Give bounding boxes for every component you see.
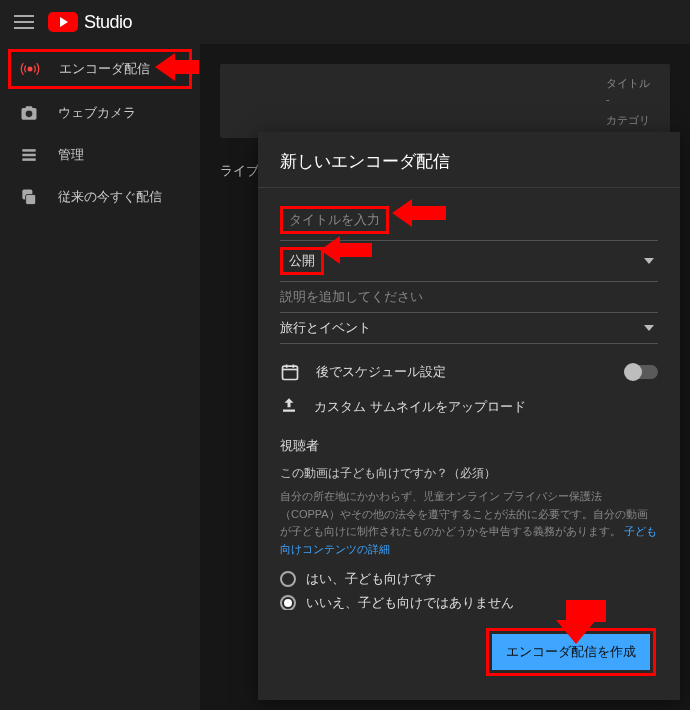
visibility-select[interactable]: 公開 (280, 241, 658, 282)
category-select[interactable]: 旅行とイベント (280, 313, 658, 344)
dialog-title: 新しいエンコーダ配信 (258, 132, 680, 188)
svg-rect-9 (283, 366, 298, 379)
sidebar-item-webcam[interactable]: ウェブカメラ (0, 92, 200, 134)
sidebar-item-label: 従来の今すぐ配信 (58, 188, 162, 206)
tab-live[interactable]: ライブ (220, 162, 259, 180)
preview-category-label: カテゴリ (606, 113, 650, 128)
svg-rect-3 (26, 106, 33, 109)
schedule-label: 後でスケジュール設定 (316, 363, 446, 381)
stream-preview-card: タイトル - カテゴリ (220, 64, 670, 138)
radio-no-label: いいえ、子ども向けではありません (306, 594, 514, 610)
description-placeholder: 説明を追加してください (280, 288, 423, 306)
audience-help-text: 自分の所在地にかかわらず、児童オンライン プライバシー保護法（COPPA）やその… (280, 488, 658, 558)
description-input[interactable]: 説明を追加してください (280, 282, 658, 313)
chevron-down-icon (644, 325, 654, 331)
radio-yes-kids[interactable]: はい、子ども向けです (280, 570, 658, 588)
svg-rect-5 (22, 154, 35, 157)
radio-icon (280, 571, 296, 587)
sidebar-item-manage[interactable]: 管理 (0, 134, 200, 176)
svg-point-2 (26, 111, 33, 118)
category-value: 旅行とイベント (280, 319, 371, 337)
app-header: Studio (0, 0, 690, 44)
preview-title-value: - (606, 93, 650, 105)
sidebar: エンコーダ配信 ウェブカメラ 管理 従来の今すぐ配信 (0, 44, 200, 710)
sidebar-item-label: エンコーダ配信 (59, 60, 150, 78)
studio-label: Studio (84, 12, 132, 33)
studio-logo[interactable]: Studio (48, 12, 132, 33)
svg-point-0 (28, 67, 33, 72)
sidebar-item-encoder[interactable]: エンコーダ配信 (8, 49, 192, 89)
upload-thumbnail-row[interactable]: カスタム サムネイルをアップロード (280, 396, 658, 417)
sidebar-item-label: 管理 (58, 146, 84, 164)
svg-rect-8 (26, 195, 36, 205)
thumbnail-label: カスタム サムネイルをアップロード (314, 398, 526, 416)
schedule-later-row: 後でスケジュール設定 (280, 362, 658, 382)
svg-rect-6 (22, 158, 35, 161)
svg-rect-4 (22, 149, 35, 152)
classic-stream-icon (18, 186, 40, 208)
live-icon (19, 58, 41, 80)
visibility-value: 公開 (280, 247, 324, 275)
manage-icon (18, 144, 40, 166)
upload-icon (280, 396, 298, 417)
youtube-icon (48, 12, 78, 32)
preview-title-label: タイトル (606, 76, 650, 91)
chevron-down-icon (644, 258, 654, 264)
menu-icon[interactable] (14, 15, 34, 29)
title-input[interactable]: タイトルを入力 (280, 200, 658, 241)
svg-rect-13 (283, 410, 295, 412)
audience-question: この動画は子ども向けですか？（必須） (280, 465, 658, 482)
radio-icon (280, 595, 296, 610)
create-encoder-stream-button[interactable]: エンコーダ配信を作成 (492, 634, 650, 670)
schedule-toggle[interactable] (626, 365, 658, 379)
sidebar-item-classic[interactable]: 従来の今すぐ配信 (0, 176, 200, 218)
radio-yes-label: はい、子ども向けです (306, 570, 436, 588)
radio-no-kids[interactable]: いいえ、子ども向けではありません (280, 594, 658, 610)
new-encoder-stream-dialog: 新しいエンコーダ配信 タイトルを入力 公開 説明を追加してください 旅行とイベン… (258, 132, 680, 700)
audience-heading: 視聴者 (280, 437, 658, 455)
camera-icon (18, 102, 40, 124)
title-placeholder: タイトルを入力 (280, 206, 389, 234)
calendar-icon (280, 362, 300, 382)
sidebar-item-label: ウェブカメラ (58, 104, 136, 122)
